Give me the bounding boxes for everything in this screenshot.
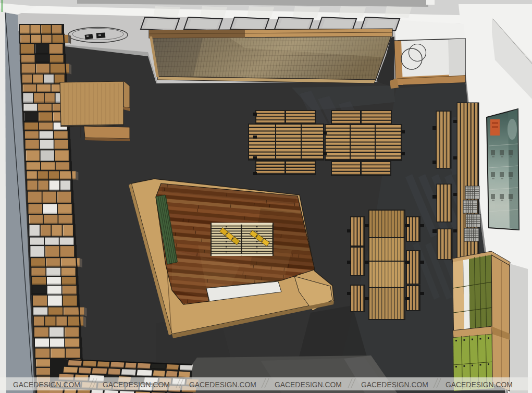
svg-text:GACEDESIGN.COM: GACEDESIGN.COM: [446, 380, 513, 389]
svg-text:GACEDESIGN.COM: GACEDESIGN.COM: [103, 380, 170, 389]
svg-text:GACEDESIGN.COM: GACEDESIGN.COM: [189, 380, 256, 389]
svg-text:GACEDESIGN.COM: GACEDESIGN.COM: [275, 380, 342, 389]
svg-text:GACEDESIGN.COM: GACEDESIGN.COM: [361, 380, 428, 389]
svg-text:GACEDESIGN.COM: GACEDESIGN.COM: [13, 380, 80, 389]
